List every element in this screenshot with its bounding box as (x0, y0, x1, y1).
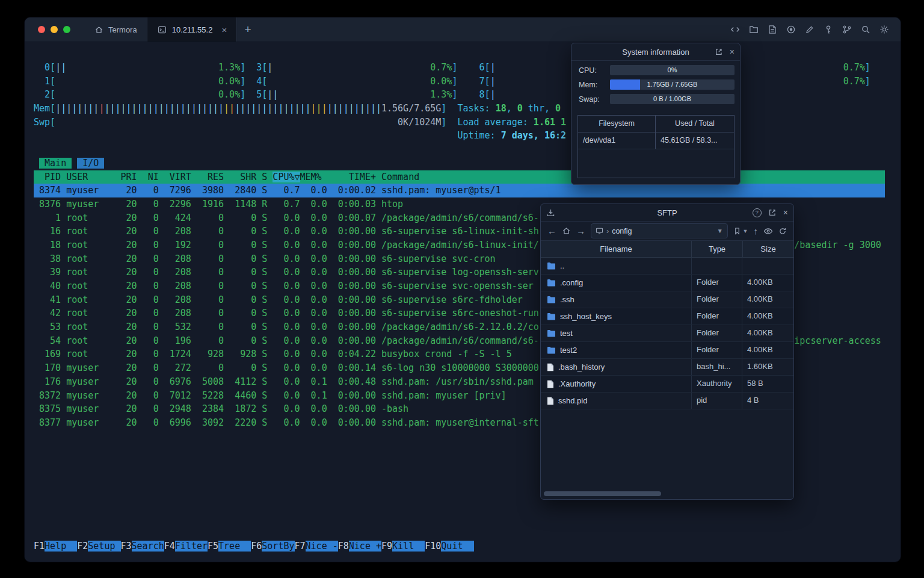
file-size: 4 B (742, 393, 793, 409)
fn-key-label: F1 (34, 541, 45, 552)
metric-label: CPU: (579, 66, 605, 75)
file-row[interactable]: .configFolder4.00KB (541, 275, 793, 291)
fn-key-action[interactable]: Tree (218, 541, 251, 552)
fn-key-label: F8 (338, 541, 349, 552)
code-icon[interactable] (730, 24, 741, 35)
help-icon[interactable]: ? (753, 208, 762, 217)
htop-meters: 0[|| 1.3%] 3[| 0.7%] 6[| 0.7%] 1[ 0.0%] … (34, 61, 870, 143)
download-icon[interactable] (546, 204, 555, 221)
file-row[interactable]: .XauthorityXauthority58 B (541, 376, 793, 393)
file-row[interactable]: ssh_host_keysFolder4.00KB (541, 308, 793, 325)
session-log-icon[interactable] (767, 24, 778, 35)
fn-key-action[interactable]: Filter (175, 541, 208, 552)
column-header-filename[interactable]: Filename (541, 244, 691, 253)
meter-line: Swp[ 0K/1024M] Load average: 1.61 1 (34, 116, 870, 129)
tab-label: Termora (108, 25, 137, 34)
file-row[interactable]: testFolder4.00KB (541, 325, 793, 342)
meter-line: Mem[||||||||||||||||||||||||||||||||||||… (34, 102, 870, 116)
record-icon[interactable] (786, 24, 796, 35)
open-in-window-icon[interactable] (715, 48, 723, 56)
file-size: 4.00KB (742, 308, 793, 325)
refresh-icon[interactable] (778, 227, 787, 235)
tab-termora[interactable]: Termora (84, 17, 147, 42)
forward-icon[interactable]: → (576, 226, 585, 235)
system-info-metrics: CPU:0%Mem:1.75GB / 7.65GBSwap:0 B / 1.00… (571, 65, 740, 104)
settings-icon[interactable] (879, 24, 890, 35)
fn-key-action[interactable]: Help (45, 541, 77, 552)
file-type: Xauthority (691, 376, 742, 392)
meter-line: 0[|| 1.3%] 3[| 0.7%] 6[| 0.7%] (34, 61, 870, 75)
system-info-panel: System information × CPU:0%Mem:1.75GB / … (571, 43, 741, 185)
tab-ssh-session[interactable]: 10.211.55.2 × (147, 17, 237, 42)
process-table-header[interactable]: PID USER PRI NI VIRT RES SHR S CPU%▽MEM%… (34, 170, 885, 184)
file-icon (547, 363, 554, 371)
file-name: .bash_history (558, 362, 605, 371)
tab-label: 10.211.55.2 (172, 25, 213, 34)
file-name: test2 (560, 346, 577, 355)
htop-main-io-tabs[interactable]: Main I/O (34, 157, 104, 170)
file-size: 4.00KB (742, 342, 793, 358)
key-icon[interactable] (823, 24, 834, 35)
column-header-filesystem: Filesystem (578, 116, 656, 132)
zoom-window-button[interactable] (63, 26, 70, 33)
file-type: bash_hi... (691, 359, 742, 375)
close-panel-icon[interactable]: × (730, 48, 735, 56)
show-hidden-eye-icon[interactable] (763, 226, 773, 236)
folder-icon (547, 279, 556, 287)
open-in-window-icon[interactable] (768, 208, 777, 217)
terminal-icon (157, 24, 168, 35)
fn-key-action[interactable]: Quit (441, 541, 473, 552)
metric-row: Swap:0 B / 1.00GB (579, 94, 735, 104)
meter-line: Uptime: 7 days, 16:2 (34, 129, 870, 143)
file-row[interactable]: test2Folder4.00KB (541, 342, 793, 359)
home-icon[interactable] (562, 226, 571, 235)
close-panel-icon[interactable]: × (783, 208, 788, 217)
file-row[interactable]: .. (541, 258, 793, 275)
column-header-type[interactable]: Type (691, 241, 742, 257)
fn-key-label: F6 (251, 541, 262, 552)
close-tab-icon[interactable]: × (221, 25, 227, 34)
fn-key-label: F10 (425, 541, 441, 552)
home-icon (93, 24, 104, 35)
git-branch-icon[interactable] (842, 24, 852, 35)
fn-key-action[interactable]: Nice + (349, 541, 381, 552)
metric-row: Mem:1.75GB / 7.65GB (579, 79, 735, 90)
file-row[interactable]: .sshFolder4.00KB (541, 291, 793, 308)
htop-view-tabs[interactable]: Main I/O (34, 157, 104, 170)
path-breadcrumb[interactable]: › config ▼ (591, 223, 728, 238)
file-row[interactable]: sshd.pidpid4 B (541, 393, 793, 409)
fn-key-action[interactable]: Kill (392, 541, 425, 552)
bookmark-icon[interactable] (733, 227, 741, 235)
process-row[interactable]: 8374 myuser 20 0 7296 3980 2840 S 0.7 0.… (34, 184, 885, 197)
filesystem-usage: 45.61GB / 58.3... (656, 132, 734, 149)
bookmark-dropdown-icon[interactable]: ▼ (743, 228, 748, 234)
scrollbar-thumb[interactable] (544, 491, 661, 496)
filesystem-row[interactable]: /dev/vda1 45.61GB / 58.3... (578, 132, 734, 149)
sftp-titlebar: SFTP ? × (541, 204, 793, 222)
sftp-toolbar: ← → › config ▼ ▼ ↑ (541, 222, 793, 241)
horizontal-scrollbar[interactable] (544, 491, 790, 497)
close-window-button[interactable] (38, 26, 45, 33)
parent-directory-icon[interactable]: ↑ (754, 226, 759, 235)
new-tab-button[interactable]: + (237, 17, 259, 42)
search-icon[interactable] (860, 24, 871, 35)
back-icon[interactable]: ← (547, 226, 556, 235)
column-header-size[interactable]: Size (742, 241, 793, 257)
folder-icon[interactable] (748, 24, 759, 35)
file-type: Folder (691, 291, 742, 308)
folder-icon (547, 262, 556, 270)
fn-key-action[interactable]: Setup (88, 541, 120, 552)
metric-value: 1.75GB / 7.65GB (610, 79, 735, 90)
file-name: .ssh (560, 295, 574, 304)
meter-line: 2[ 0.0%] 5[|| 1.3%] 8[| (34, 88, 870, 102)
fn-key-action[interactable]: Nice - (306, 541, 338, 552)
file-table-header[interactable]: Filename Type Size (541, 241, 793, 258)
edit-icon[interactable] (804, 24, 815, 35)
file-icon (547, 397, 554, 405)
fn-key-action[interactable]: Search (132, 541, 164, 552)
fn-key-action[interactable]: SortBy (262, 541, 294, 552)
file-size: 4.00KB (742, 275, 793, 291)
file-row[interactable]: .bash_historybash_hi...1.60KB (541, 359, 793, 376)
minimize-window-button[interactable] (51, 26, 58, 33)
file-type: Folder (691, 308, 742, 325)
